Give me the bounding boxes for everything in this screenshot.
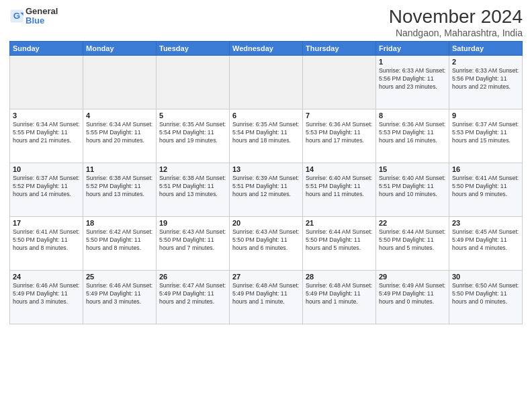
calendar-cell: 10Sunrise: 6:37 AM Sunset: 5:52 PM Dayli…	[10, 163, 83, 216]
week-row-4: 17Sunrise: 6:41 AM Sunset: 5:50 PM Dayli…	[10, 216, 523, 270]
day-info: Sunrise: 6:37 AM Sunset: 5:53 PM Dayligh…	[452, 121, 519, 145]
calendar-cell	[303, 55, 376, 109]
day-info: Sunrise: 6:36 AM Sunset: 5:53 PM Dayligh…	[379, 121, 446, 145]
day-number: 27	[232, 273, 300, 281]
calendar-cell: 30Sunrise: 6:50 AM Sunset: 5:50 PM Dayli…	[449, 270, 523, 324]
calendar-table: SundayMondayTuesdayWednesdayThursdayFrid…	[9, 41, 523, 324]
calendar-cell: 19Sunrise: 6:43 AM Sunset: 5:50 PM Dayli…	[157, 216, 230, 270]
day-number: 21	[306, 219, 373, 227]
calendar-cell: 27Sunrise: 6:48 AM Sunset: 5:49 PM Dayli…	[230, 270, 303, 324]
calendar-cell: 26Sunrise: 6:47 AM Sunset: 5:49 PM Dayli…	[157, 270, 230, 324]
calendar-cell	[230, 55, 303, 109]
day-info: Sunrise: 6:48 AM Sunset: 5:49 PM Dayligh…	[306, 282, 373, 306]
day-info: Sunrise: 6:35 AM Sunset: 5:54 PM Dayligh…	[232, 121, 300, 145]
day-info: Sunrise: 6:40 AM Sunset: 5:51 PM Dayligh…	[306, 175, 373, 199]
calendar-cell: 9Sunrise: 6:37 AM Sunset: 5:53 PM Daylig…	[449, 109, 523, 163]
day-number: 9	[452, 111, 519, 120]
day-info: Sunrise: 6:37 AM Sunset: 5:52 PM Dayligh…	[13, 175, 80, 199]
weekday-header-saturday: Saturday	[449, 41, 523, 55]
day-number: 2	[452, 58, 519, 66]
day-number: 16	[452, 165, 519, 173]
day-info: Sunrise: 6:44 AM Sunset: 5:50 PM Dayligh…	[306, 228, 373, 253]
day-info: Sunrise: 6:49 AM Sunset: 5:49 PM Dayligh…	[379, 282, 446, 306]
day-number: 15	[379, 165, 446, 173]
weekday-header-row: SundayMondayTuesdayWednesdayThursdayFrid…	[10, 41, 523, 55]
day-info: Sunrise: 6:33 AM Sunset: 5:56 PM Dayligh…	[379, 67, 446, 91]
day-info: Sunrise: 6:39 AM Sunset: 5:51 PM Dayligh…	[232, 175, 300, 199]
day-number: 14	[306, 165, 373, 173]
calendar-cell: 28Sunrise: 6:48 AM Sunset: 5:49 PM Dayli…	[303, 270, 376, 324]
calendar-cell: 2Sunrise: 6:33 AM Sunset: 5:56 PM Daylig…	[449, 55, 523, 109]
day-number: 6	[232, 111, 300, 120]
calendar-cell: 24Sunrise: 6:46 AM Sunset: 5:49 PM Dayli…	[10, 270, 83, 324]
month-title: November 2024	[389, 7, 523, 28]
day-number: 17	[13, 219, 80, 227]
day-number: 20	[232, 219, 300, 227]
day-number: 10	[13, 165, 80, 173]
day-info: Sunrise: 6:45 AM Sunset: 5:49 PM Dayligh…	[452, 228, 519, 253]
calendar-cell: 22Sunrise: 6:44 AM Sunset: 5:50 PM Dayli…	[376, 216, 449, 270]
day-number: 7	[306, 111, 373, 120]
location-title: Nandgaon, Maharashtra, India	[389, 28, 523, 38]
logo-blue: Blue	[26, 16, 58, 26]
week-row-1: 1Sunrise: 6:33 AM Sunset: 5:56 PM Daylig…	[10, 55, 523, 109]
calendar-cell	[83, 55, 157, 109]
calendar-cell: 23Sunrise: 6:45 AM Sunset: 5:49 PM Dayli…	[449, 216, 523, 270]
svg-text:G: G	[13, 11, 20, 21]
calendar-cell	[157, 55, 230, 109]
day-number: 23	[452, 219, 519, 227]
day-info: Sunrise: 6:41 AM Sunset: 5:50 PM Dayligh…	[13, 228, 80, 253]
day-info: Sunrise: 6:43 AM Sunset: 5:50 PM Dayligh…	[159, 228, 226, 253]
calendar-cell: 20Sunrise: 6:43 AM Sunset: 5:50 PM Dayli…	[230, 216, 303, 270]
day-number: 25	[86, 273, 153, 281]
day-number: 1	[379, 58, 446, 66]
day-number: 3	[13, 111, 80, 120]
logo-icon: G	[9, 9, 24, 24]
calendar-cell: 21Sunrise: 6:44 AM Sunset: 5:50 PM Dayli…	[303, 216, 376, 270]
calendar-cell: 7Sunrise: 6:36 AM Sunset: 5:53 PM Daylig…	[303, 109, 376, 163]
calendar-cell: 14Sunrise: 6:40 AM Sunset: 5:51 PM Dayli…	[303, 163, 376, 216]
day-number: 24	[13, 273, 80, 281]
title-block: November 2024 Nandgaon, Maharashtra, Ind…	[389, 7, 523, 38]
calendar-cell: 12Sunrise: 6:38 AM Sunset: 5:51 PM Dayli…	[157, 163, 230, 216]
weekday-header-wednesday: Wednesday	[230, 41, 303, 55]
weekday-header-friday: Friday	[376, 41, 449, 55]
day-number: 5	[159, 111, 226, 120]
day-info: Sunrise: 6:33 AM Sunset: 5:56 PM Dayligh…	[452, 67, 519, 91]
day-info: Sunrise: 6:48 AM Sunset: 5:49 PM Dayligh…	[232, 282, 300, 306]
calendar-cell: 11Sunrise: 6:38 AM Sunset: 5:52 PM Dayli…	[83, 163, 157, 216]
day-number: 30	[452, 273, 519, 281]
week-row-5: 24Sunrise: 6:46 AM Sunset: 5:49 PM Dayli…	[10, 270, 523, 324]
weekday-header-monday: Monday	[83, 41, 157, 55]
calendar-cell: 18Sunrise: 6:42 AM Sunset: 5:50 PM Dayli…	[83, 216, 157, 270]
logo-general: General	[26, 7, 58, 16]
calendar-cell: 4Sunrise: 6:34 AM Sunset: 5:55 PM Daylig…	[83, 109, 157, 163]
day-number: 11	[86, 165, 153, 173]
day-info: Sunrise: 6:42 AM Sunset: 5:50 PM Dayligh…	[86, 228, 153, 253]
day-number: 26	[159, 273, 226, 281]
calendar-cell: 29Sunrise: 6:49 AM Sunset: 5:49 PM Dayli…	[376, 270, 449, 324]
weekday-header-tuesday: Tuesday	[157, 41, 230, 55]
weekday-header-thursday: Thursday	[303, 41, 376, 55]
calendar-cell: 13Sunrise: 6:39 AM Sunset: 5:51 PM Dayli…	[230, 163, 303, 216]
day-info: Sunrise: 6:35 AM Sunset: 5:54 PM Dayligh…	[159, 121, 226, 145]
day-info: Sunrise: 6:38 AM Sunset: 5:52 PM Dayligh…	[86, 175, 153, 199]
calendar-cell: 16Sunrise: 6:41 AM Sunset: 5:50 PM Dayli…	[449, 163, 523, 216]
day-info: Sunrise: 6:40 AM Sunset: 5:51 PM Dayligh…	[379, 175, 446, 199]
day-number: 4	[86, 111, 153, 120]
day-number: 8	[379, 111, 446, 120]
day-info: Sunrise: 6:38 AM Sunset: 5:51 PM Dayligh…	[159, 175, 226, 199]
calendar-cell: 8Sunrise: 6:36 AM Sunset: 5:53 PM Daylig…	[376, 109, 449, 163]
day-number: 19	[159, 219, 226, 227]
weekday-header-sunday: Sunday	[10, 41, 83, 55]
calendar-cell: 6Sunrise: 6:35 AM Sunset: 5:54 PM Daylig…	[230, 109, 303, 163]
day-info: Sunrise: 6:41 AM Sunset: 5:50 PM Dayligh…	[452, 175, 519, 199]
day-info: Sunrise: 6:34 AM Sunset: 5:55 PM Dayligh…	[13, 121, 80, 145]
day-info: Sunrise: 6:43 AM Sunset: 5:50 PM Dayligh…	[232, 228, 300, 253]
day-info: Sunrise: 6:46 AM Sunset: 5:49 PM Dayligh…	[13, 282, 80, 306]
day-number: 28	[306, 273, 373, 281]
day-info: Sunrise: 6:34 AM Sunset: 5:55 PM Dayligh…	[86, 121, 153, 145]
week-row-2: 3Sunrise: 6:34 AM Sunset: 5:55 PM Daylig…	[10, 109, 523, 163]
calendar-cell: 3Sunrise: 6:34 AM Sunset: 5:55 PM Daylig…	[10, 109, 83, 163]
calendar-cell: 17Sunrise: 6:41 AM Sunset: 5:50 PM Dayli…	[10, 216, 83, 270]
